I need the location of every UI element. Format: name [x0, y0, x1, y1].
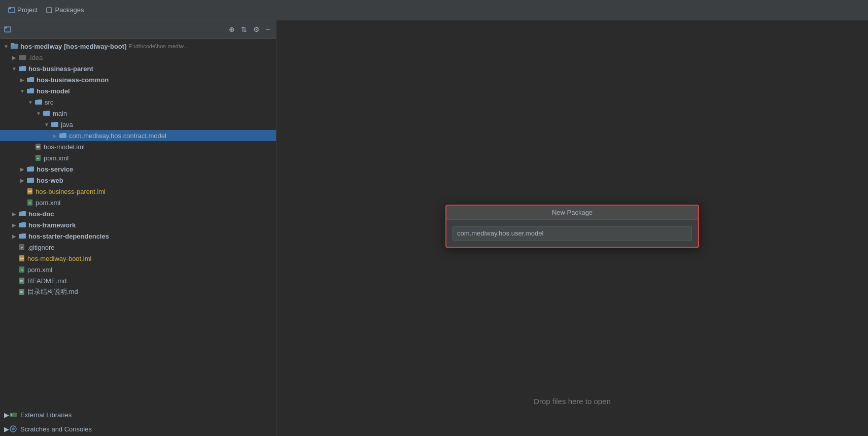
tree-root[interactable]: hos-mediway [hos-mediway-boot] E:\dh\cod… [0, 41, 276, 52]
svg-rect-1 [9, 8, 11, 9]
tree-item-pom-1[interactable]: m pom.xml [0, 152, 276, 163]
ext-lib-arrow [4, 411, 9, 419]
sidebar: ⊕ ⇅ ⚙ − hos-mediway [hos-mediway-boot] E… [0, 20, 276, 436]
tree-container[interactable]: hos-mediway [hos-mediway-boot] E:\dh\cod… [0, 39, 276, 408]
hw-arrow [18, 176, 26, 184]
package-name-input[interactable] [453, 226, 692, 241]
hw-label: hos-web [37, 177, 63, 184]
external-libraries-row[interactable]: External Libraries [0, 408, 276, 422]
hmb-iml-label: hos-mediway-boot.iml [27, 255, 91, 262]
md-icon-1: MD [18, 277, 25, 284]
tree-item-hmb-iml[interactable]: iml hos-mediway-boot.iml [0, 253, 276, 264]
hs-label: hos-service [37, 165, 73, 173]
collapse-button[interactable]: ⇅ [239, 24, 249, 35]
tree-item-hos-framework[interactable]: hos-framework [0, 219, 276, 230]
tree-item-hos-doc[interactable]: hos-doc [0, 208, 276, 219]
java-arrow [43, 120, 51, 128]
tree-item-gitignore[interactable]: git .gitignore [0, 242, 276, 253]
tree-item-java[interactable]: java [0, 119, 276, 130]
md-icon-2: MD [18, 288, 25, 295]
right-panel: Search Everywhere Double Shift Go to Fil… [276, 20, 868, 436]
tree-item-readme[interactable]: MD README.md [0, 275, 276, 286]
tree-item-hos-business-parent-iml[interactable]: iml hos-business-parent.iml [0, 186, 276, 197]
readme-label: README.md [27, 277, 66, 285]
hbp-arrow [10, 64, 18, 73]
folder-icon-blue-11 [18, 221, 26, 228]
pom-icon-2: m [26, 199, 33, 206]
svg-text:m: m [21, 269, 23, 271]
hf-arrow [10, 221, 18, 229]
hs-arrow [18, 165, 26, 173]
folder-icon-blue-10 [18, 210, 26, 217]
src-arrow [26, 98, 34, 106]
pom-2-label: pom.xml [36, 199, 60, 207]
git-icon: git [18, 244, 25, 251]
ext-lib-icon [9, 411, 17, 418]
tab-project[interactable]: Project [4, 4, 42, 16]
svg-text:iml: iml [20, 257, 24, 260]
tree-item-hos-service[interactable]: hos-service [0, 163, 276, 175]
ext-libraries-label: External Libraries [20, 411, 72, 419]
tree-item-com-mediway[interactable]: com.mediway.hos.contract.model [0, 130, 276, 141]
tab-packages-label: Packages [55, 6, 84, 14]
hbc-arrow [18, 76, 26, 84]
svg-rect-6 [11, 43, 14, 45]
main-arrow [34, 109, 43, 117]
hsd-label: hos-starter-dependencies [28, 232, 109, 240]
root-module-icon [10, 43, 18, 50]
folder-icon-blue-2 [26, 76, 34, 83]
tree-item-src[interactable]: src [0, 96, 276, 108]
tree-item-main[interactable]: main [0, 108, 276, 119]
main-layout: ⊕ ⇅ ⚙ − hos-mediway [hos-mediway-boot] E… [0, 20, 868, 436]
tree-item-hos-business-parent[interactable]: hos-business-parent [0, 63, 276, 74]
new-package-dialog: New Package [445, 205, 699, 248]
tree-item-hos-web[interactable]: hos-web [0, 175, 276, 186]
folder-icon-blue-4 [34, 98, 43, 106]
pom-icon-1: m [34, 154, 42, 161]
svg-rect-26 [11, 414, 12, 416]
hsd-arrow [10, 232, 18, 240]
tree-item-hos-model[interactable]: hos-model [0, 85, 276, 96]
tree-item-idea[interactable]: .idea [0, 52, 276, 63]
folder-icon-gray [18, 54, 26, 61]
project-icon [8, 7, 15, 14]
svg-text:iml: iml [28, 190, 32, 193]
iml-yellow-icon-1: iml [26, 188, 33, 195]
idea-label: .idea [28, 54, 43, 61]
hbc-label: hos-business-common [37, 76, 109, 84]
dialog-title: New Package [446, 206, 698, 220]
tree-item-catalog[interactable]: MD 目录结构说明.md [0, 286, 276, 297]
hos-model-iml-label: hos-model.iml [44, 143, 85, 151]
tab-project-label: Project [17, 6, 38, 14]
svg-text:m: m [29, 202, 31, 204]
folder-icon-blue-12 [18, 232, 26, 240]
add-button[interactable]: ⊕ [227, 24, 237, 35]
gitignore-label: .gitignore [27, 244, 54, 251]
scratches-icon [9, 425, 17, 433]
tab-packages[interactable]: Packages [42, 4, 88, 16]
iml-yellow-icon-2: iml [18, 255, 25, 262]
folder-icon-blue-9 [26, 177, 34, 184]
settings-button[interactable]: ⚙ [251, 24, 262, 35]
tree-item-hos-starter[interactable]: hos-starter-dependencies [0, 230, 276, 242]
java-label: java [61, 121, 73, 128]
root-path: E:\dh\code\hos-mediw... [128, 43, 188, 49]
project-folder-icon [4, 26, 11, 33]
pom-1-label: pom.xml [44, 154, 68, 162]
catalog-label: 目录结构说明.md [27, 287, 78, 296]
tree-item-hos-model-iml[interactable]: iml hos-model.iml [0, 141, 276, 152]
scratches-label: Scratches and Consoles [20, 425, 92, 433]
sidebar-title [4, 25, 13, 33]
hm-arrow [18, 87, 26, 95]
close-button[interactable]: − [264, 24, 272, 35]
sidebar-controls: ⊕ ⇅ ⚙ − [227, 24, 272, 35]
cm-arrow [51, 131, 59, 140]
tree-item-hos-business-common[interactable]: hos-business-common [0, 74, 276, 85]
hf-label: hos-framework [28, 221, 76, 229]
pom-icon-3: m [18, 266, 25, 273]
tree-item-pom-2[interactable]: m pom.xml [0, 197, 276, 208]
tree-item-pom-3[interactable]: m pom.xml [0, 264, 276, 275]
svg-text:m: m [37, 157, 39, 159]
hm-label: hos-model [37, 87, 70, 95]
scratches-row[interactable]: Scratches and Consoles [0, 422, 276, 436]
